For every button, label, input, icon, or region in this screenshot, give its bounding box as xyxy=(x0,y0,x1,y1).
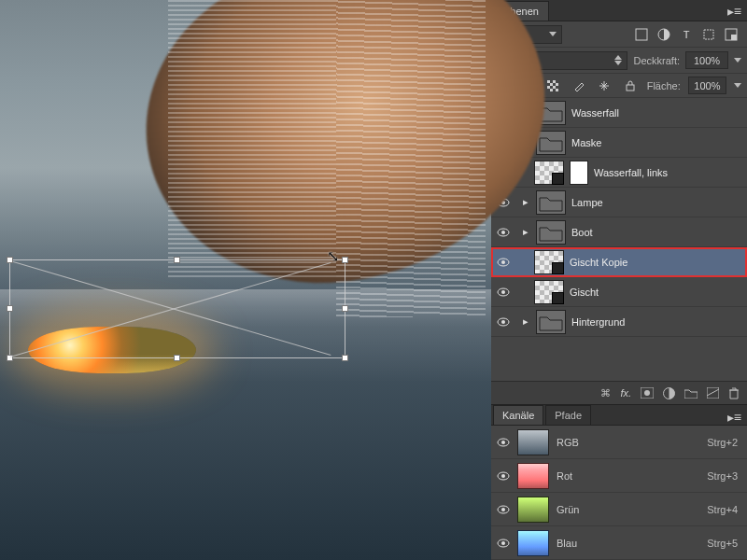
transform-handle-tr[interactable] xyxy=(342,257,348,263)
svg-rect-5 xyxy=(547,80,558,91)
filter-pixel-icon[interactable] xyxy=(631,25,652,44)
channels-tabbar: Kanäle Pfade ▸≡ xyxy=(491,405,747,426)
svg-point-32 xyxy=(501,474,505,478)
chevron-up-icon xyxy=(614,55,622,60)
visibility-eye-icon[interactable] xyxy=(497,537,510,550)
layer-name[interactable]: Gischt Kopie xyxy=(570,257,741,268)
scale-cursor-icon: ⤡ xyxy=(327,247,339,265)
new-layer-icon[interactable] xyxy=(707,387,719,399)
channel-row[interactable]: BlauStrg+5 xyxy=(491,526,747,560)
transform-handle-br[interactable] xyxy=(342,355,348,361)
filter-adjust-icon[interactable] xyxy=(654,25,674,44)
visibility-eye-icon[interactable] xyxy=(497,436,510,449)
disclosure-arrow-icon[interactable]: ▸ xyxy=(521,196,530,208)
transform-handle-bm[interactable] xyxy=(174,355,180,361)
layer-row[interactable]: ▸Lampe xyxy=(491,188,747,217)
visibility-eye-icon[interactable] xyxy=(497,226,510,239)
fill-label: Fläche: xyxy=(647,80,681,91)
layer-fx-icon[interactable]: fx. xyxy=(620,387,631,399)
new-group-icon[interactable] xyxy=(684,388,698,399)
chevron-down-icon[interactable] xyxy=(734,58,741,63)
panel-menu-icon[interactable]: ▸≡ xyxy=(727,410,741,425)
transform-handle-tm[interactable] xyxy=(174,257,180,263)
transform-handle-tl[interactable] xyxy=(7,257,13,263)
new-adjustment-icon[interactable] xyxy=(663,387,675,399)
channel-name: RGB xyxy=(557,437,579,448)
tab-paths[interactable]: Pfade xyxy=(545,405,591,425)
transform-handle-mr[interactable] xyxy=(342,305,348,312)
layer-name[interactable]: Hintergrund xyxy=(571,316,741,328)
layer-name[interactable]: Maske xyxy=(571,137,741,148)
transform-handle-ml[interactable] xyxy=(7,305,13,312)
tab-channels[interactable]: Kanäle xyxy=(493,405,543,425)
layer-mask-thumbnail[interactable] xyxy=(570,161,588,185)
layer-row[interactable]: ▸Hintergrund xyxy=(491,307,747,337)
disclosure-arrow-icon[interactable]: ▸ xyxy=(521,226,530,238)
layer-thumbnail[interactable] xyxy=(534,280,564,304)
filter-type-icon[interactable]: T xyxy=(676,25,697,44)
channels-list: RGBStrg+2RotStrg+3GrünStrg+4BlauStrg+5 xyxy=(491,426,747,560)
link-layers-icon[interactable]: ⌘ xyxy=(600,387,611,399)
panel-menu-icon[interactable]: ▸≡ xyxy=(727,4,741,19)
lock-transparent-icon[interactable] xyxy=(543,77,562,95)
channel-thumbnail xyxy=(517,429,549,455)
layer-name[interactable]: Gischt xyxy=(570,287,741,298)
channel-name: Grün xyxy=(557,504,579,515)
channel-shortcut: Strg+5 xyxy=(707,538,741,549)
transform-bounding-box[interactable] xyxy=(9,259,345,358)
waterfall-stream-2 xyxy=(336,0,486,317)
opacity-label: Deckkraft: xyxy=(633,55,680,66)
chevron-down-icon xyxy=(549,32,557,36)
svg-point-24 xyxy=(501,320,505,324)
chevron-down-icon[interactable] xyxy=(734,83,741,88)
layer-thumbnail[interactable] xyxy=(534,250,564,274)
filter-smart-icon[interactable] xyxy=(721,25,741,44)
channel-row[interactable]: GrünStrg+4 xyxy=(491,493,747,526)
delete-layer-icon[interactable] xyxy=(728,387,740,399)
visibility-eye-icon[interactable] xyxy=(497,256,510,269)
layer-thumbnail[interactable] xyxy=(534,161,564,185)
layer-row[interactable]: Gischt Kopie xyxy=(491,247,747,277)
lock-position-icon[interactable] xyxy=(595,77,613,95)
channel-shortcut: Strg+4 xyxy=(707,504,741,515)
lock-all-icon[interactable] xyxy=(621,77,640,95)
channel-thumbnail xyxy=(517,530,549,556)
svg-point-22 xyxy=(501,290,505,294)
svg-rect-4 xyxy=(731,35,737,40)
visibility-eye-icon[interactable] xyxy=(497,315,510,329)
channel-thumbnail xyxy=(517,497,549,523)
folder-icon xyxy=(536,310,566,334)
chevron-down-icon xyxy=(614,61,622,65)
svg-rect-2 xyxy=(704,30,713,39)
visibility-eye-icon[interactable] xyxy=(497,503,510,516)
layer-name[interactable]: Boot xyxy=(571,227,741,238)
svg-point-34 xyxy=(501,508,505,511)
transform-handle-bl[interactable] xyxy=(7,355,13,361)
svg-rect-0 xyxy=(636,29,647,40)
waterfall-stream-1 xyxy=(168,0,336,280)
layer-name[interactable]: Wasserfall xyxy=(571,107,741,119)
channel-name: Rot xyxy=(557,470,572,482)
layers-footer: ⌘ fx. xyxy=(491,381,747,405)
opacity-input[interactable]: 100% xyxy=(685,51,728,69)
add-mask-icon[interactable] xyxy=(641,387,654,399)
lock-pixels-icon[interactable] xyxy=(570,77,588,95)
visibility-eye-icon[interactable] xyxy=(497,286,510,299)
filter-shape-icon[interactable] xyxy=(698,25,719,44)
fill-input[interactable]: 100% xyxy=(688,77,726,94)
channel-shortcut: Strg+2 xyxy=(707,437,741,448)
layer-row[interactable]: Gischt xyxy=(491,277,747,307)
visibility-eye-icon[interactable] xyxy=(497,469,510,483)
svg-point-30 xyxy=(501,441,505,444)
channel-row[interactable]: RGBStrg+2 xyxy=(491,426,747,459)
layer-name[interactable]: Lampe xyxy=(571,197,741,208)
svg-point-18 xyxy=(501,231,505,234)
layer-row[interactable]: ▸Boot xyxy=(491,217,747,247)
folder-icon xyxy=(536,190,566,215)
disclosure-arrow-icon[interactable]: ▸ xyxy=(521,315,530,328)
channel-row[interactable]: RotStrg+3 xyxy=(491,459,747,493)
canvas[interactable]: ⤡ xyxy=(0,0,491,560)
svg-rect-8 xyxy=(627,85,634,91)
layer-name[interactable]: Wasserfall, links xyxy=(594,167,741,178)
channel-name: Blau xyxy=(557,538,577,549)
